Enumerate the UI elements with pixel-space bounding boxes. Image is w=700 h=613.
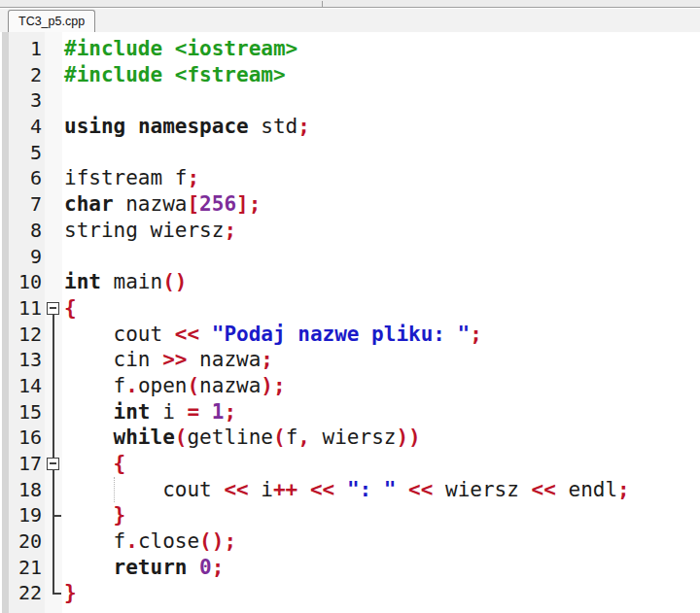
code-text[interactable]: return 0; (62, 555, 700, 581)
code-text[interactable]: } (62, 502, 700, 528)
code-segment-identifier: nazwa (199, 374, 261, 397)
line-number: 10 (0, 269, 45, 295)
code-line: 4using namespace std; (0, 114, 700, 140)
code-segment-identifier: wiersz (310, 426, 397, 449)
code-line: 16 while(getline(f, wiersz)) (0, 425, 700, 451)
code-segment-identifier: string wiersz (64, 219, 224, 242)
code-segment-keyword: while (114, 426, 175, 449)
code-text[interactable]: { (62, 451, 700, 477)
code-text[interactable]: #include <fstream> (62, 62, 700, 88)
line-number: 20 (0, 528, 45, 555)
fold-margin-cell (45, 114, 62, 140)
code-text[interactable]: f.close(); (62, 528, 700, 555)
code-text[interactable]: { (62, 295, 700, 322)
fold-margin-cell (45, 36, 62, 62)
code-segment-identifier: i (151, 400, 188, 424)
code-line: 15 int i = 1; (0, 399, 700, 426)
code-line: 22} (0, 580, 700, 606)
code-segment-operator: )) (396, 426, 420, 449)
code-segment-operator: ; (261, 348, 273, 371)
code-line: 19 } (0, 502, 700, 528)
code-line: 7char nazwa[256]; (0, 191, 700, 218)
code-line: 1#include <iostream> (0, 36, 700, 62)
code-segment-operator: ); (261, 374, 285, 397)
line-number: 5 (0, 140, 45, 166)
fold-marker-pass (45, 399, 62, 426)
fold-margin-cell (45, 62, 62, 88)
code-segment-operator: << (532, 478, 556, 501)
fold-margin-cell (45, 244, 62, 270)
fold-marker-pass (45, 347, 62, 373)
code-line: 10int main() (0, 269, 700, 295)
code-segment-operator: { (114, 452, 126, 475)
code-segment-keyword: namespace (138, 115, 249, 138)
code-segment-identifier: ifstream f (64, 166, 187, 189)
code-segment-operator: ; (617, 478, 630, 501)
code-text[interactable]: char nazwa[256]; (62, 191, 700, 218)
code-line: 6ifstream f; (0, 165, 700, 191)
code-segment-identifier: f (64, 529, 125, 553)
fold-marker-box-mid (45, 451, 62, 477)
code-segment-keyword: int (114, 400, 151, 424)
code-text[interactable]: while(getline(f, wiersz)) (62, 425, 700, 451)
fold-collapse-icon[interactable] (47, 458, 59, 470)
line-number: 11 (0, 295, 45, 322)
code-segment-operator: { (64, 296, 77, 320)
code-segment-operator: . (125, 529, 138, 553)
code-segment-operator: . (125, 374, 138, 397)
code-segment-operator: ; (298, 115, 310, 138)
code-text[interactable]: ifstream f; (62, 165, 700, 191)
code-segment-operator: [ (187, 192, 199, 216)
code-text[interactable] (62, 140, 700, 166)
code-text[interactable]: } (62, 580, 700, 606)
code-segment-identifier (199, 323, 212, 346)
code-segment-keyword: using (64, 115, 125, 138)
code-segment-keyword: return (114, 556, 188, 579)
code-text[interactable] (62, 244, 700, 270)
code-text[interactable]: #include <iostream> (62, 36, 700, 62)
code-editor[interactable]: 1#include <iostream>2#include <fstream>3… (0, 32, 700, 613)
code-segment-preprocessor: #include <fstream> (64, 63, 286, 86)
code-segment-operator: , (298, 426, 310, 449)
code-line: 13 cin >> nazwa; (0, 347, 700, 373)
code-line: 5 (0, 140, 700, 166)
code-text[interactable] (62, 87, 700, 114)
line-number: 9 (0, 244, 45, 270)
code-segment-identifier: endl (556, 478, 617, 501)
code-text[interactable]: int main() (62, 269, 700, 295)
code-segment-identifier: cin (64, 348, 162, 371)
code-segment-operator: >> (162, 348, 187, 371)
code-line: 17 { (0, 451, 700, 477)
fold-margin-cell (45, 165, 62, 191)
line-number: 8 (0, 218, 45, 244)
line-number: 17 (0, 451, 45, 477)
code-segment-operator: << (408, 478, 433, 501)
fold-collapse-icon[interactable] (47, 302, 59, 315)
fold-margin-cell (45, 269, 62, 295)
code-text[interactable]: f.open(nazwa); (62, 373, 700, 399)
code-segment-operator: ; (470, 323, 482, 346)
tab-title: TC3_p5.cpp (18, 15, 85, 28)
code-segment-keyword: int (64, 270, 101, 293)
code-text[interactable]: string wiersz; (62, 218, 700, 244)
code-text[interactable]: cout << i++ << ": " << wiersz << endl; (62, 477, 700, 503)
line-number: 16 (0, 425, 45, 451)
tab-bar[interactable] (0, 9, 700, 32)
fold-margin-cell (45, 191, 62, 218)
line-number: 22 (0, 580, 45, 606)
line-number: 18 (0, 477, 45, 503)
code-line: 14 f.open(nazwa); (0, 373, 700, 399)
code-segment-identifier: f (286, 426, 298, 449)
code-segment-operator: } (64, 581, 77, 604)
code-segment-operator: ]; (236, 192, 261, 216)
code-segment-keyword: char (64, 192, 114, 216)
code-segment-identifier: std (249, 115, 298, 138)
code-text[interactable]: int i = 1; (62, 399, 700, 426)
code-line: 2#include <fstream> (0, 62, 700, 88)
code-text[interactable]: cout << "Podaj nazwe pliku: "; (62, 322, 700, 348)
fold-margin-cell (45, 218, 62, 244)
code-text[interactable]: cin >> nazwa; (62, 347, 700, 373)
code-text[interactable]: using namespace std; (62, 114, 700, 140)
tab-tc3-p5-cpp[interactable]: TC3_p5.cpp (8, 10, 95, 32)
line-number: 2 (0, 62, 45, 88)
